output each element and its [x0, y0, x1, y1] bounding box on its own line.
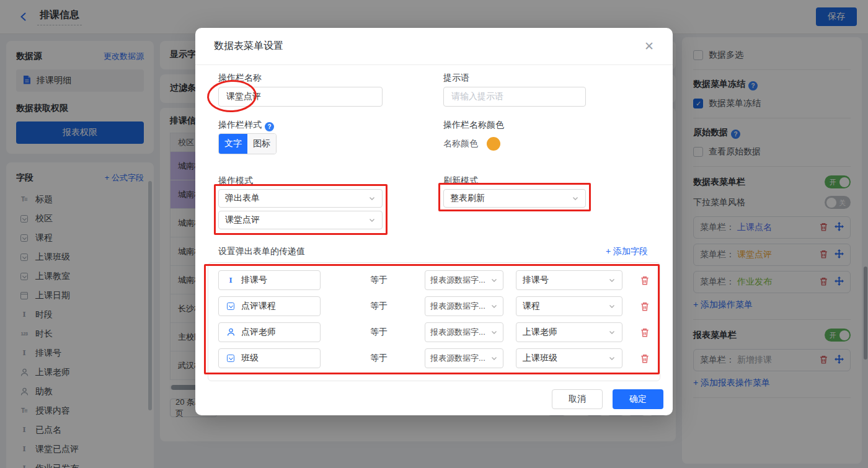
confirm-button[interactable]: 确定: [613, 389, 663, 409]
transfer-values-title: 设置弹出表单的传递值: [218, 246, 305, 257]
source-field-select[interactable]: 上课老师: [516, 322, 622, 342]
param-name-input[interactable]: 班级: [218, 348, 321, 368]
equals-label: 等于: [370, 275, 389, 286]
delete-icon[interactable]: [640, 275, 650, 286]
delete-icon[interactable]: [640, 327, 650, 338]
equals-label: 等于: [370, 301, 389, 312]
name-color-row: 名称颜色: [443, 137, 500, 151]
param-name-input[interactable]: 排课号: [218, 270, 321, 290]
transfer-row: 班级 等于 报表源数据字... 上课班级: [218, 348, 650, 368]
person-field-icon: [225, 328, 236, 337]
transfer-row: 点评课程 等于 报表源数据字... 课程: [218, 296, 650, 316]
transfer-row: 排课号 等于 报表源数据字... 排课号: [218, 270, 650, 290]
source-type-select[interactable]: 报表源数据字...: [425, 348, 503, 368]
action-style-label: 操作栏样式?: [218, 120, 274, 131]
cancel-button[interactable]: 取消: [552, 389, 603, 409]
source-type-select[interactable]: 报表源数据字...: [425, 296, 503, 316]
close-icon[interactable]: ✕: [644, 40, 654, 52]
refresh-mode-label: 刷新模式: [443, 175, 478, 187]
source-type-select[interactable]: 报表源数据字...: [425, 322, 503, 342]
tab-icon[interactable]: 图标: [247, 134, 276, 154]
action-name-label: 操作栏名称: [218, 73, 262, 84]
delete-icon[interactable]: [640, 353, 650, 364]
name-color-label: 操作栏名称颜色: [443, 120, 504, 131]
operation-mode-label: 操作模式: [218, 175, 253, 187]
select-field-icon: [225, 355, 236, 362]
delete-icon[interactable]: [640, 301, 650, 312]
source-field-select[interactable]: 排课号: [516, 270, 622, 290]
source-field-select[interactable]: 课程: [516, 296, 622, 316]
transfer-row: 点评老师 等于 报表源数据字... 上课老师: [218, 322, 650, 342]
tooltip-input[interactable]: 请输入提示语: [443, 87, 586, 107]
table-menu-settings-dialog: 数据表菜单设置 ✕ 操作栏名称 课堂点评 提示语 请输入提示语 操作栏样式? 文…: [195, 28, 673, 415]
dialog-title: 数据表菜单设置: [214, 40, 283, 53]
help-icon[interactable]: ?: [265, 122, 274, 131]
text-field-icon: [225, 276, 236, 285]
equals-label: 等于: [370, 327, 389, 338]
tab-text[interactable]: 文字: [219, 134, 247, 154]
select-field-icon: [225, 302, 236, 310]
operation-mode-select[interactable]: 弹出表单: [218, 189, 383, 208]
color-swatch[interactable]: [487, 137, 500, 151]
equals-label: 等于: [370, 353, 389, 364]
add-field-link[interactable]: + 添加字段: [606, 246, 648, 257]
param-name-input[interactable]: 点评老师: [218, 322, 321, 342]
source-type-select[interactable]: 报表源数据字...: [425, 270, 503, 290]
tooltip-label: 提示语: [443, 73, 469, 84]
source-field-select[interactable]: 上课班级: [516, 348, 622, 368]
param-name-input[interactable]: 点评课程: [218, 296, 321, 316]
refresh-mode-select[interactable]: 整表刷新: [443, 189, 586, 208]
operation-target-select[interactable]: 课堂点评: [218, 211, 383, 229]
transfer-values-box: 排课号 等于 报表源数据字... 排课号 点评课程 等于 报表源数据字...: [208, 262, 660, 381]
action-name-input[interactable]: 课堂点评: [218, 87, 383, 107]
style-tab-group: 文字 图标: [218, 133, 277, 154]
